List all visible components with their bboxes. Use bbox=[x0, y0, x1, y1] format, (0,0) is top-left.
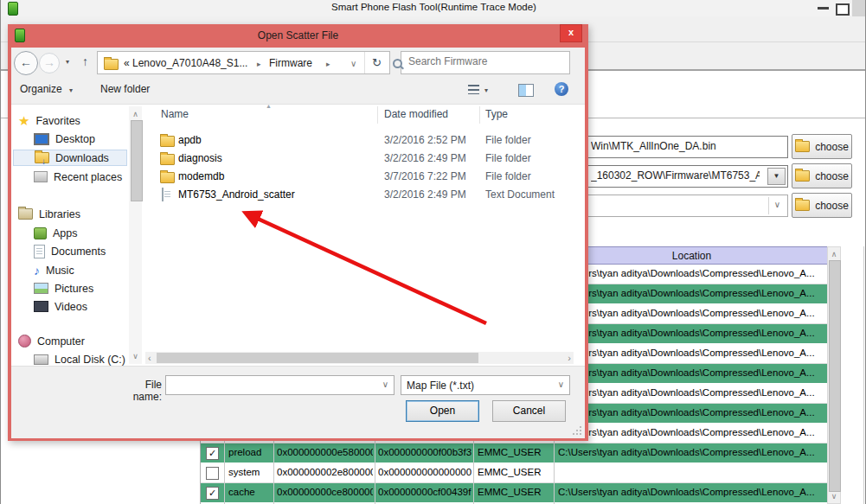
search-input[interactable] bbox=[407, 54, 548, 68]
begin-address: 0x000000000e580000 bbox=[277, 447, 373, 457]
sidebar-item-downloads[interactable]: ↓ Downloads bbox=[13, 150, 127, 166]
search-box[interactable] bbox=[401, 51, 570, 74]
file-name-label: File name: bbox=[113, 379, 162, 403]
forward-button[interactable]: → bbox=[39, 53, 60, 73]
choose-scatter-button[interactable]: choose bbox=[792, 163, 852, 188]
file-row-apdb[interactable]: apdb 3/2/2016 2:52 PM File folder bbox=[148, 131, 581, 150]
scroll-right-icon[interactable]: › bbox=[568, 353, 571, 363]
sidebar-item-documents[interactable]: Documents bbox=[34, 243, 106, 259]
row-checkbox[interactable]: ✓ bbox=[206, 487, 219, 500]
file-name-input[interactable] bbox=[170, 378, 376, 392]
sidebar-label: Desktop bbox=[55, 133, 95, 145]
sidebar-item-libraries[interactable]: Libraries bbox=[18, 206, 80, 222]
file-row-modemdb[interactable]: modemdb 3/7/2016 7:22 PM File folder bbox=[148, 168, 581, 186]
back-button[interactable]: ← bbox=[14, 51, 38, 75]
address-bar[interactable]: « Lenovo_A7010A48_S1... ▸ Firmware ▸ ∨ ↻ bbox=[97, 51, 390, 74]
organize-button[interactable]: Organize ▾ bbox=[20, 83, 73, 95]
file-date: 3/2/2016 2:49 PM bbox=[384, 152, 466, 164]
dialog-title: Open Scatter File bbox=[11, 29, 585, 41]
dialog-close-button[interactable]: x bbox=[560, 24, 582, 42]
sidebar-label: Downloads bbox=[55, 152, 109, 164]
table-scrollbar[interactable]: ∧ ∨ bbox=[827, 246, 841, 504]
sidebar-item-computer[interactable]: Computer bbox=[18, 333, 85, 349]
row-checkbox[interactable] bbox=[206, 467, 219, 480]
videos-icon bbox=[34, 301, 48, 312]
scroll-down-icon[interactable]: ∨ bbox=[129, 352, 142, 360]
combo-chevron-icon[interactable]: ∨ bbox=[558, 380, 564, 389]
choose-da-button[interactable]: choose bbox=[792, 134, 852, 159]
combo-chevron-icon[interactable]: ∨ bbox=[382, 380, 388, 389]
chevron-down-icon[interactable]: ∨ bbox=[768, 197, 786, 214]
filter-value: Map File (*.txt) bbox=[407, 380, 545, 392]
resize-grip[interactable] bbox=[573, 426, 581, 435]
scrollbar-thumb[interactable] bbox=[829, 260, 841, 492]
open-scatter-file-dialog: Open Scatter File x ← → ▾ ↑ « Lenovo_A70… bbox=[8, 24, 588, 441]
scroll-up-icon[interactable]: ∧ bbox=[828, 250, 840, 258]
close-button[interactable] bbox=[852, 0, 866, 16]
begin-address: 0x00000000ce800000 bbox=[277, 487, 373, 497]
sidebar-item-desktop[interactable]: Desktop bbox=[34, 131, 95, 147]
local-disk-icon bbox=[34, 354, 48, 365]
folder-icon bbox=[160, 136, 175, 147]
file-list-hscrollbar[interactable]: ‹ › bbox=[145, 352, 574, 364]
divider bbox=[364, 52, 365, 73]
new-folder-button[interactable]: New folder bbox=[100, 83, 150, 95]
row-checkbox[interactable]: ✓ bbox=[206, 447, 219, 460]
end-address: 0x0000000000000000 bbox=[378, 467, 471, 477]
minimize-button[interactable] bbox=[818, 7, 829, 10]
apps-icon bbox=[34, 227, 47, 239]
sidebar-label: Favorites bbox=[35, 115, 80, 127]
folder-icon bbox=[795, 170, 810, 182]
sidebar-label: Libraries bbox=[39, 208, 80, 220]
sidebar-label: Recent places bbox=[54, 171, 122, 183]
main-window-title: Smart Phone Flash Tool(Runtime Trace Mod… bbox=[1, 2, 866, 12]
address-dropdown-icon[interactable]: ∨ bbox=[350, 59, 356, 68]
column-header-date[interactable]: Date modified bbox=[384, 108, 448, 120]
choose-auth-button[interactable]: choose bbox=[792, 193, 852, 218]
breadcrumb-root[interactable]: « Lenovo_A7010A48_S1... bbox=[124, 57, 247, 69]
sidebar-label: Apps bbox=[53, 227, 78, 239]
scroll-down-icon[interactable]: ∨ bbox=[828, 492, 840, 501]
sidebar-item-apps[interactable]: Apps bbox=[34, 225, 78, 241]
preview-pane-icon[interactable] bbox=[518, 84, 534, 97]
table-row-system[interactable]: system 0x000000002e800000 0x000000000000… bbox=[201, 463, 828, 483]
begin-address: 0x000000002e800000 bbox=[277, 467, 373, 477]
table-row-preload[interactable]: ✓ preload 0x000000000e580000 0x000000000… bbox=[201, 443, 828, 463]
nav-history-caret-icon[interactable]: ▾ bbox=[66, 58, 69, 66]
sidebar-item-music[interactable]: ♪ Music bbox=[34, 262, 74, 278]
downloads-icon: ↓ bbox=[35, 152, 49, 163]
dialog-titlebar[interactable]: Open Scatter File x bbox=[11, 28, 585, 48]
column-header-name[interactable]: Name bbox=[161, 108, 189, 120]
file-type-filter[interactable]: Map File (*.txt) ∨ bbox=[401, 375, 570, 395]
organize-label: Organize bbox=[20, 83, 62, 95]
scrollbar-thumb[interactable] bbox=[131, 120, 143, 201]
scrollbar-thumb[interactable] bbox=[157, 353, 478, 363]
document-icon bbox=[162, 188, 164, 201]
sidebar-item-recent-places[interactable]: Recent places bbox=[34, 169, 122, 185]
da-file-path: Win\MTK_AllInOne_DA.bin bbox=[591, 140, 716, 152]
sidebar-item-pictures[interactable]: Pictures bbox=[34, 280, 93, 297]
maximize-button[interactable] bbox=[836, 3, 850, 16]
open-button[interactable]: Open bbox=[406, 400, 479, 422]
refresh-icon[interactable]: ↻ bbox=[372, 56, 382, 69]
scroll-left-icon[interactable]: ‹ bbox=[148, 353, 151, 363]
file-row-diagnosis[interactable]: diagnosis 3/2/2016 2:49 PM File folder bbox=[148, 150, 581, 168]
breadcrumb-leaf[interactable]: Firmware bbox=[269, 57, 312, 69]
column-header-type[interactable]: Type bbox=[485, 108, 508, 120]
sidebar-item-favorites[interactable]: ★ Favorites bbox=[18, 112, 80, 129]
sidebar-item-videos[interactable]: Videos bbox=[34, 298, 87, 315]
change-view-icon[interactable] bbox=[468, 85, 479, 94]
scroll-up-icon[interactable]: ∧ bbox=[129, 110, 142, 118]
help-icon[interactable]: ? bbox=[555, 82, 568, 96]
choose-da-label: choose bbox=[815, 141, 849, 153]
view-caret-icon[interactable]: ▾ bbox=[484, 86, 488, 94]
file-name-combo[interactable]: ∨ bbox=[165, 375, 395, 395]
combo-dropdown-icon[interactable]: ▼ bbox=[767, 168, 786, 185]
libraries-icon bbox=[18, 208, 33, 220]
file-row-scatter[interactable]: MT6753_Android_scatter 3/2/2016 2:49 PM … bbox=[148, 186, 581, 204]
table-row-cache[interactable]: ✓ cache 0x00000000ce800000 0x00000000cf0… bbox=[201, 483, 828, 503]
sidebar-scrollbar[interactable]: ∧ ∨ bbox=[129, 106, 142, 364]
up-button[interactable]: ↑ bbox=[82, 54, 88, 68]
cancel-button[interactable]: Cancel bbox=[492, 400, 566, 422]
search-icon[interactable] bbox=[393, 59, 402, 68]
